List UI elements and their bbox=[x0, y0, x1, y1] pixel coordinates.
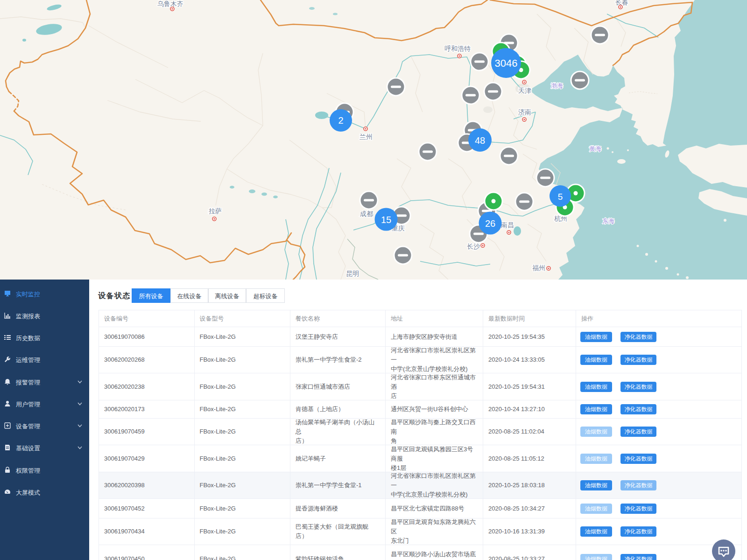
svg-text:天津: 天津 bbox=[518, 87, 531, 94]
svg-text:昆明: 昆明 bbox=[346, 270, 359, 277]
svg-text:48: 48 bbox=[475, 135, 485, 146]
svg-text:黄海: 黄海 bbox=[589, 145, 601, 152]
svg-text:呼和浩特: 呼和浩特 bbox=[444, 45, 471, 52]
svg-text:26: 26 bbox=[485, 218, 495, 229]
svg-text:成都: 成都 bbox=[360, 210, 373, 217]
svg-text:长沙: 长沙 bbox=[467, 243, 480, 250]
svg-text:5: 5 bbox=[558, 192, 563, 202]
svg-text:南昌: 南昌 bbox=[501, 221, 514, 229]
svg-text:3046: 3046 bbox=[495, 57, 518, 69]
svg-text:渤海: 渤海 bbox=[550, 82, 563, 89]
svg-text:长春: 长春 bbox=[615, 0, 628, 6]
svg-text:福州: 福州 bbox=[532, 264, 545, 272]
svg-text:2: 2 bbox=[338, 115, 343, 126]
svg-text:东海: 东海 bbox=[602, 217, 614, 224]
svg-text:拉萨: 拉萨 bbox=[209, 207, 222, 215]
svg-text:兰州: 兰州 bbox=[359, 133, 373, 140]
svg-text:乌鲁木齐: 乌鲁木齐 bbox=[157, 0, 183, 7]
svg-text:济南: 济南 bbox=[518, 108, 531, 116]
svg-text:15: 15 bbox=[381, 215, 391, 225]
